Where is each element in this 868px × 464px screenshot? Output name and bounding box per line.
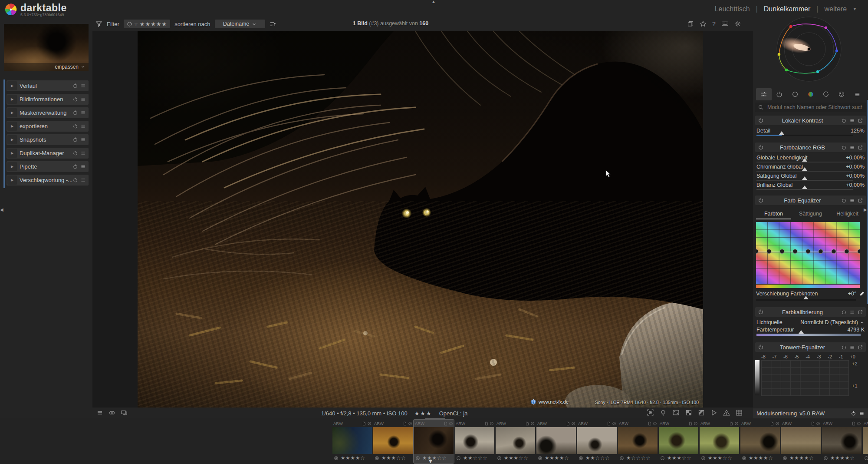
section-mask-manager[interactable]: ▶Maskenverwaltung	[7, 107, 89, 118]
filmstrip-thumb[interactable]: ARW★★★☆☆	[495, 420, 536, 463]
vectorscope[interactable]	[756, 17, 865, 86]
presets-menu-icon[interactable]	[849, 145, 855, 150]
reject-icon[interactable]	[864, 456, 868, 461]
slider-thumb[interactable]	[799, 330, 804, 334]
slider-thumb[interactable]	[802, 176, 807, 180]
expand-triangle-icon[interactable]: ▶	[7, 135, 17, 144]
tab-brightness[interactable]: Helligkeit	[830, 209, 865, 219]
presets-menu-icon[interactable]	[849, 345, 855, 350]
illuminant-value[interactable]: Normlicht D (Tageslicht)	[800, 319, 858, 325]
illuminant-row[interactable]: Lichtquelle Normlicht D (Tageslicht)	[756, 319, 865, 325]
iso12646-assessment-icon[interactable]	[660, 409, 667, 416]
image-rating-stars[interactable]: ★★★	[414, 410, 432, 417]
reject-icon[interactable]	[375, 456, 379, 461]
sort-direction-icon[interactable]	[270, 21, 276, 27]
multi-instance-icon[interactable]	[858, 309, 863, 315]
expand-triangle-icon[interactable]: ▶	[7, 81, 17, 90]
tab-hue[interactable]: Farbton	[756, 209, 791, 219]
filmstrip-thumb[interactable]: ARW★★★★☆	[332, 420, 372, 463]
group-effects-tab[interactable]	[834, 88, 849, 100]
filmstrip[interactable]: ARW★★★★☆ARW★★★☆☆ARW★★★☆☆ARW★★☆☆☆ARW★★★☆☆…	[0, 418, 868, 464]
expand-triangle-icon[interactable]: ▶	[7, 162, 17, 171]
presets-menu-icon[interactable]	[80, 83, 86, 89]
grid-overlay-icon[interactable]	[736, 409, 743, 416]
presets-menu-icon[interactable]	[80, 150, 86, 156]
presets-menu-icon[interactable]	[80, 164, 86, 169]
left-panel-scroll-indicator[interactable]	[3, 80, 5, 188]
power-icon[interactable]	[758, 117, 764, 123]
slider-thumb[interactable]	[802, 167, 807, 171]
favorite-star-icon[interactable]	[700, 20, 707, 27]
thumb-image[interactable]	[700, 427, 739, 454]
softproof-icon[interactable]	[710, 409, 717, 416]
filmstrip-thumb[interactable]: ARW★★☆☆☆	[577, 420, 617, 463]
thumb-image[interactable]	[740, 427, 780, 454]
group-grading-tab[interactable]	[787, 88, 803, 100]
thumb-image[interactable]	[536, 427, 576, 454]
group-active-modules-tab[interactable]	[756, 88, 772, 100]
tone-eq-curve-area[interactable]: +2 +1	[755, 360, 866, 396]
reset-icon[interactable]	[72, 96, 78, 102]
expand-triangle-icon[interactable]: ▶	[7, 149, 17, 158]
curve-node[interactable]	[792, 249, 797, 254]
group-correct-tab[interactable]	[818, 88, 834, 100]
thumb-rating[interactable]: ★★★★☆	[536, 454, 576, 462]
reject-icon[interactable]	[823, 456, 828, 461]
reset-icon[interactable]	[841, 145, 847, 150]
section-tagging[interactable]: ▶Verschlagwortung -...	[7, 175, 89, 186]
module-order-footer[interactable]: Modulsortierung v5.0 RAW	[753, 408, 868, 418]
reject-icon[interactable]	[783, 456, 787, 461]
eyedropper-icon[interactable]	[859, 291, 865, 297]
thumb-rating[interactable]: ★☆☆☆☆	[618, 454, 658, 462]
thumb-image[interactable]	[414, 427, 454, 454]
thumb-image[interactable]	[781, 427, 821, 454]
second-window-icon[interactable]	[121, 409, 128, 416]
section-export[interactable]: ▶exportieren	[7, 121, 89, 132]
section-snapshots[interactable]: ▶Snapshots	[7, 134, 89, 145]
curve-node[interactable]	[779, 249, 784, 254]
group-technical-tab[interactable]	[772, 88, 787, 100]
thumb-image[interactable]	[822, 427, 861, 454]
presets-menu-icon[interactable]	[849, 198, 855, 203]
reset-icon[interactable]	[841, 309, 847, 315]
presets-menu-icon[interactable]	[80, 110, 86, 116]
view-tab-more[interactable]: weitere	[825, 5, 847, 13]
thumb-rating[interactable]: ★★★☆☆	[658, 454, 699, 462]
collapse-top-arrow[interactable]: ▲	[431, 0, 436, 4]
curve-node[interactable]	[766, 249, 771, 254]
module-search-input[interactable]	[766, 104, 863, 111]
filmstrip-thumb[interactable]: ARW★★☆☆☆	[454, 420, 495, 463]
color-temperature-slider[interactable]: Farbtemperatur4793 K	[756, 327, 865, 336]
tone-eq-grid[interactable]	[761, 360, 849, 396]
view-tab-darkroom[interactable]: Dunkelkammer	[764, 5, 811, 13]
reset-icon[interactable]	[72, 150, 78, 156]
presets-menu-icon[interactable]	[849, 309, 855, 315]
reject-icon[interactable]	[538, 456, 542, 461]
presets-menu-icon[interactable]	[80, 177, 86, 183]
presets-menu-icon[interactable]	[80, 96, 86, 102]
module-header[interactable]: Tonwert-Equalizer	[755, 342, 866, 352]
reject-icon[interactable]	[334, 456, 339, 461]
thumb-image[interactable]	[659, 427, 698, 454]
multi-instance-icon[interactable]	[858, 198, 863, 203]
thumb-rating[interactable]: ★★★★☆	[332, 454, 372, 462]
filmstrip-thumb[interactable]: ARW★★★★☆	[536, 420, 576, 463]
thumb-rating[interactable]: ★★☆☆☆	[577, 454, 617, 462]
more-views-chevron-icon[interactable]: ▼	[853, 7, 857, 11]
detail-slider[interactable]: Detail125%	[756, 128, 865, 136]
power-icon[interactable]	[758, 309, 764, 315]
presets-menu-icon[interactable]	[80, 123, 86, 129]
navigation-thumbnail[interactable]: einpassen	[4, 24, 89, 71]
reset-icon[interactable]	[72, 83, 78, 89]
reset-icon[interactable]	[72, 110, 78, 116]
filmstrip-thumb[interactable]: ARW★★★★☆	[740, 420, 780, 463]
reset-icon[interactable]	[72, 177, 78, 183]
unstarred-icon[interactable]: ☆	[134, 22, 138, 27]
multi-instance-icon[interactable]	[858, 345, 863, 350]
module-groups-menu[interactable]	[849, 88, 865, 100]
rating-filter-stars[interactable]: ★★★★★	[140, 21, 167, 27]
curve-node[interactable]	[858, 249, 860, 254]
thumb-image[interactable]	[332, 427, 372, 454]
section-history[interactable]: ▶Verlauf	[7, 80, 89, 91]
curve-node[interactable]	[819, 249, 823, 254]
